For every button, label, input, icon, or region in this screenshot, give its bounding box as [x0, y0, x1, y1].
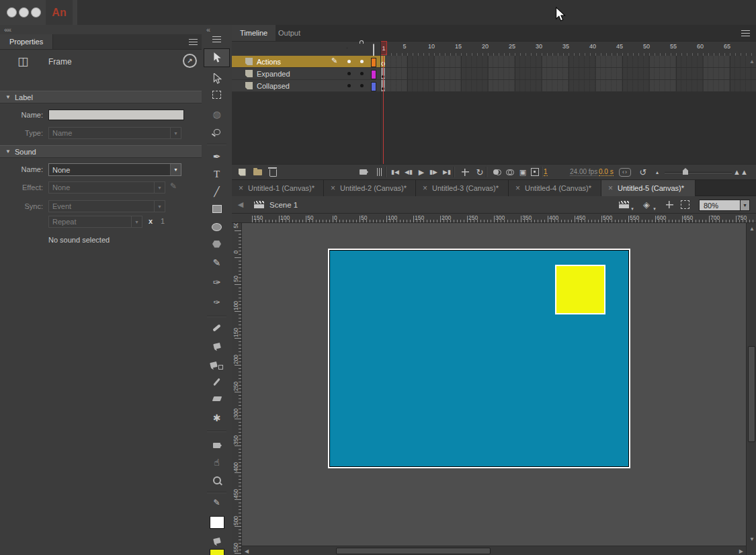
polystar-tool[interactable]: [202, 235, 232, 253]
timeline-zoom-slider[interactable]: [665, 172, 732, 173]
tools-menu-icon[interactable]: [212, 36, 221, 42]
frame-view-button[interactable]: [619, 165, 631, 179]
layer-row-actions[interactable]: Actions✎: [232, 56, 380, 68]
panel-menu-icon[interactable]: [189, 39, 198, 45]
layer-lock-dot[interactable]: [360, 60, 364, 63]
horizontal-scrollbar[interactable]: ◀ ▶: [242, 546, 746, 555]
scroll-up-icon[interactable]: ▲: [749, 226, 755, 232]
label-type-select[interactable]: Name ▾: [48, 127, 181, 139]
eyedropper-tool[interactable]: [202, 373, 232, 390]
close-tab-icon[interactable]: ×: [331, 183, 335, 193]
layer-row-collapsed[interactable]: Collapsed: [232, 80, 380, 92]
playhead[interactable]: 1: [380, 41, 387, 55]
paint-bucket-tool[interactable]: [202, 337, 232, 355]
edit-scene-icon[interactable]: [617, 196, 630, 213]
zoom-tool[interactable]: [202, 472, 232, 489]
zoom-in-frames-icon[interactable]: ▲▲: [734, 165, 747, 179]
frames-area[interactable]: [380, 56, 756, 92]
close-tab-icon[interactable]: ×: [515, 183, 520, 193]
asset-warp-tool[interactable]: ✱: [202, 409, 232, 427]
new-folder-button[interactable]: [251, 165, 263, 179]
classic-brush-tool[interactable]: ✑: [202, 294, 232, 311]
timeline-menu-icon[interactable]: [741, 30, 750, 36]
rectangle-tool[interactable]: [202, 200, 232, 218]
layer-depth-button[interactable]: [373, 165, 385, 179]
layer-frames-row[interactable]: [380, 80, 756, 92]
loop-button[interactable]: ↻: [474, 165, 486, 179]
subselection-tool[interactable]: [202, 70, 232, 87]
edit-multiple-frames-button[interactable]: ▣: [517, 165, 529, 179]
vertical-scrollbar[interactable]: ▲ ▼: [746, 223, 756, 546]
scroll-left-icon[interactable]: ◀: [245, 548, 249, 554]
bone-tool[interactable]: [202, 319, 232, 337]
stage-fill-shape[interactable]: [329, 250, 629, 467]
text-tool[interactable]: T: [202, 165, 232, 183]
sound-effect-select[interactable]: None ▾: [48, 181, 165, 194]
document-tab[interactable]: ×Untitled-1 (Canvas)*: [232, 180, 324, 196]
selection-tool[interactable]: [204, 49, 229, 67]
scene-name-label[interactable]: Scene 1: [269, 196, 298, 213]
line-tool[interactable]: ╱: [202, 183, 232, 200]
tab-properties[interactable]: Properties: [0, 34, 53, 49]
close-tab-icon[interactable]: ×: [423, 183, 427, 193]
delete-layer-button[interactable]: [267, 165, 279, 179]
document-tab[interactable]: ×Untitled-3 (Canvas)*: [416, 180, 509, 196]
document-tab[interactable]: ×Untitled-4 (Canvas)*: [509, 180, 601, 196]
step-forward-button[interactable]: ▮▶: [427, 165, 439, 179]
center-stage-icon[interactable]: [663, 196, 675, 213]
close-tab-icon[interactable]: ×: [239, 183, 243, 193]
center-playhead-button[interactable]: [459, 165, 471, 179]
vertical-scroll-thumb[interactable]: [748, 346, 755, 442]
scroll-right-icon[interactable]: ▶: [739, 548, 743, 554]
camera-tool[interactable]: [202, 437, 232, 454]
layer-name[interactable]: Collapsed: [257, 82, 290, 90]
current-frame-value[interactable]: 1: [544, 168, 548, 176]
document-tab[interactable]: ×Untitled-5 (Canvas)*: [601, 180, 696, 196]
collapse-panel-icon[interactable]: «: [206, 26, 210, 34]
pasteboard[interactable]: [242, 223, 746, 546]
window-minimize-button[interactable]: [19, 7, 29, 17]
oval-tool[interactable]: [202, 218, 232, 236]
layer-outline-color-swatch[interactable]: [371, 82, 376, 91]
zoom-dropdown-icon[interactable]: ▾: [740, 200, 750, 211]
layer-lock-dot[interactable]: [360, 84, 364, 87]
yellow-rectangle-shape[interactable]: [555, 265, 605, 314]
step-back-button[interactable]: ◀▮: [403, 165, 415, 179]
stroke-color-control[interactable]: ✎: [202, 494, 232, 511]
label-name-input[interactable]: [48, 110, 184, 120]
pen-tool[interactable]: ✒: [202, 148, 232, 165]
layer-lock-dot[interactable]: [360, 72, 364, 75]
zoom-out-frames-icon[interactable]: ▴: [651, 165, 663, 179]
tab-timeline[interactable]: Timeline: [232, 25, 276, 41]
layer-outline-icon[interactable]: [373, 44, 374, 56]
label-section-header[interactable]: ▼ Label: [0, 91, 207, 103]
window-close-button[interactable]: [7, 7, 17, 17]
scroll-down-icon[interactable]: ▼: [749, 536, 755, 542]
fluid-brush-tool[interactable]: ✑: [202, 273, 232, 291]
sound-name-select[interactable]: None ▾: [48, 163, 181, 176]
eraser-tool[interactable]: [202, 390, 232, 407]
ink-bottle-tool[interactable]: [202, 356, 232, 374]
sound-section-header[interactable]: ▼ Sound: [0, 145, 207, 158]
edit-symbols-icon[interactable]: ◈: [640, 196, 653, 213]
reset-timeline-zoom-button[interactable]: ↺: [637, 165, 649, 179]
zoom-level-select[interactable]: 80%: [699, 200, 745, 211]
frame-rate-value[interactable]: 24.00 fps: [570, 168, 597, 176]
pencil-tool[interactable]: ✎: [202, 254, 232, 271]
modify-markers-button[interactable]: [529, 165, 541, 179]
3d-rotation-tool[interactable]: ◍: [202, 105, 232, 123]
window-zoom-button[interactable]: [31, 7, 41, 17]
new-layer-button[interactable]: [236, 165, 248, 179]
timeline-zoom-thumb[interactable]: [683, 168, 688, 175]
last-frame-button[interactable]: ▶▮: [441, 165, 453, 179]
hand-tool[interactable]: ☝: [202, 454, 232, 471]
first-frame-button[interactable]: ▮◀: [389, 165, 401, 179]
sound-repeat-select[interactable]: Repeat ▾: [48, 216, 142, 228]
collapse-panel-icon[interactable]: ««: [4, 26, 11, 34]
timeline-scroll-up-icon[interactable]: ▲: [749, 58, 755, 65]
lasso-tool[interactable]: [202, 123, 232, 140]
document-tab[interactable]: ×Untitled-2 (Canvas)*: [324, 180, 416, 196]
edit-sound-envelope-icon[interactable]: ✎: [170, 182, 177, 190]
frame-ruler[interactable]: 1 5101520253035404550556065: [380, 41, 756, 56]
layer-outline-color-swatch[interactable]: [371, 58, 376, 67]
